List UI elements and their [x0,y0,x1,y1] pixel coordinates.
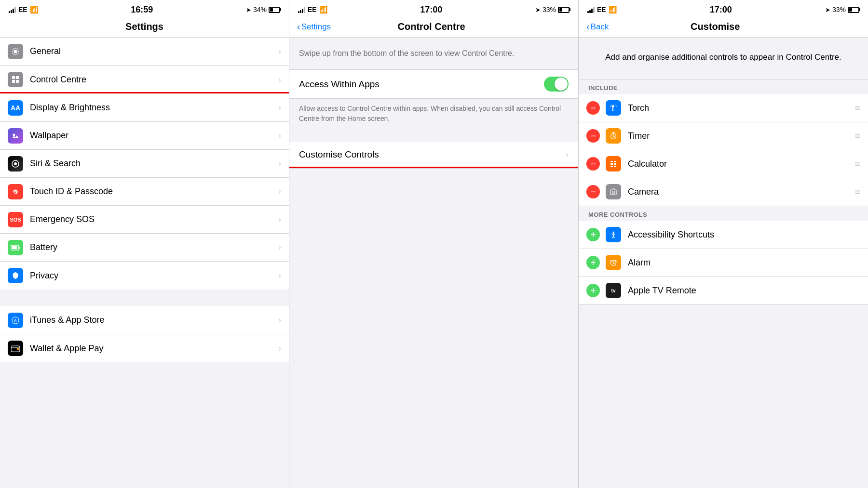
svg-point-9 [15,191,16,192]
appletv-label: Apple TV Remote [628,286,860,296]
more-controls-list: + Accessibility Shortcuts + Alarm + tv [579,221,868,305]
settings-item-emergency[interactable]: SOS Emergency SOS › [0,206,289,234]
svg-point-7 [14,162,17,165]
carrier-2: EE [308,6,317,13]
settings-item-battery[interactable]: Battery › [0,234,289,262]
customise-chevron: › [566,150,569,160]
include-item-timer[interactable]: − Timer ≡ [579,122,868,150]
access-within-apps-row[interactable]: Access Within Apps [289,70,578,99]
add-appletv-button[interactable]: + [586,284,600,297]
carrier-1: EE [18,6,27,13]
accessibility-label: Accessibility Shortcuts [628,230,860,240]
settings-item-wallet[interactable]: Wallet & Apple Pay › [0,334,289,362]
add-alarm-button[interactable]: + [586,256,600,269]
wallet-chevron: › [278,343,281,354]
status-right-2: ➤ 33% [535,6,570,13]
general-chevron: › [278,46,281,56]
wallet-label: Wallet & Apple Pay [30,343,274,354]
emergency-label: Emergency SOS [30,214,274,224]
battery-label: Battery [30,242,274,252]
battery-icon-2 [558,7,570,13]
svg-rect-22 [610,166,613,167]
settings-item-display[interactable]: AA Display & Brightness › [0,94,289,122]
remove-calculator-button[interactable]: − [586,157,600,171]
svg-rect-23 [614,166,616,167]
general-icon [8,44,23,59]
settings-item-touchid[interactable]: Touch ID & Passcode › [0,178,289,206]
settings-item-privacy[interactable]: Privacy › [0,262,289,290]
svg-rect-15 [11,347,20,348]
time-1: 16:59 [131,5,153,15]
customise-controls-row[interactable]: Customise Controls › [289,142,578,169]
svg-rect-19 [614,161,616,162]
svg-rect-4 [16,80,19,83]
more-item-appletv[interactable]: + tv Apple TV Remote [579,277,868,305]
svg-rect-11 [19,247,20,249]
back-settings-button[interactable]: ‹ Settings [297,21,331,32]
svg-rect-16 [17,348,19,350]
include-item-camera[interactable]: − Camera ≡ [579,178,868,206]
access-within-apps-toggle[interactable] [544,77,569,92]
svg-rect-1 [12,76,15,79]
wallpaper-label: Wallpaper [30,131,274,141]
settings-item-general[interactable]: General › [0,38,289,66]
active-indicator [0,92,289,93]
settings-item-itunes[interactable]: A iTunes & App Store › [0,306,289,334]
customise-indicator [289,167,578,168]
settings-item-wallpaper[interactable]: Wallpaper › [0,122,289,150]
torch-app-icon [606,100,621,116]
control-centre-icon [8,72,23,87]
more-controls-header: MORE CONTROLS [579,206,868,221]
calculator-label: Calculator [628,159,854,169]
carrier-3: EE [597,6,606,13]
more-item-alarm[interactable]: + Alarm [579,249,868,277]
torch-drag-handle[interactable]: ≡ [854,103,860,114]
status-bar-2: EE 📶 17:00 ➤ 33% [289,0,578,17]
location-icon-3: ➤ [825,6,830,13]
customise-controls-label: Customise Controls [299,149,379,160]
include-item-calculator[interactable]: − Calculator ≡ [579,150,868,178]
privacy-chevron: › [278,271,281,281]
settings-item-siri[interactable]: Siri & Search › [0,150,289,178]
timer-app-icon [606,128,621,144]
wallet-icon [8,341,23,356]
control-centre-info-text: Swipe up from the bottom of the screen t… [299,48,569,59]
battery-pct-3: 33% [832,6,846,13]
status-left-1: EE 📶 [9,6,38,13]
remove-torch-button[interactable]: − [586,101,600,115]
display-label: Display & Brightness [30,103,274,113]
svg-text:A: A [14,318,17,323]
back-button[interactable]: ‹ Back [586,21,609,32]
svg-rect-21 [614,163,616,165]
siri-chevron: › [278,158,281,169]
add-accessibility-button[interactable]: + [586,228,600,241]
remove-camera-button[interactable]: − [586,185,600,198]
accessibility-app-icon [606,227,621,242]
itunes-chevron: › [278,315,281,325]
svg-point-25 [613,232,614,233]
more-item-accessibility[interactable]: + Accessibility Shortcuts [579,221,868,249]
svg-rect-2 [16,76,19,79]
timer-label: Timer [628,131,854,141]
time-3: 17:00 [710,5,732,15]
timer-drag-handle[interactable]: ≡ [854,131,860,142]
include-item-torch[interactable]: − Torch ≡ [579,94,868,122]
control-centre-chevron: › [278,75,281,85]
calculator-drag-handle[interactable]: ≡ [854,158,860,170]
include-list: − Torch ≡ − Timer ≡ − [579,94,868,206]
back-icon: ‹ [586,21,590,32]
settings-title: Settings [46,21,243,32]
settings-item-control-centre[interactable]: Control Centre › [0,66,289,93]
status-left-2: EE 📶 [298,6,327,13]
wifi-icon-1: 📶 [30,6,38,13]
signal-icon-2 [298,7,305,13]
siri-icon [8,156,23,171]
camera-drag-handle[interactable]: ≡ [854,186,860,198]
control-centre-panel: EE 📶 17:00 ➤ 33% ‹ Settings Control Cent… [289,0,579,488]
battery-chevron: › [278,242,281,252]
svg-point-0 [14,50,17,53]
access-within-apps-desc-box: Allow access to Control Centre within ap… [289,99,578,137]
back-label: Back [591,22,609,32]
customise-title: Customise [609,21,822,32]
remove-timer-button[interactable]: − [586,129,600,143]
